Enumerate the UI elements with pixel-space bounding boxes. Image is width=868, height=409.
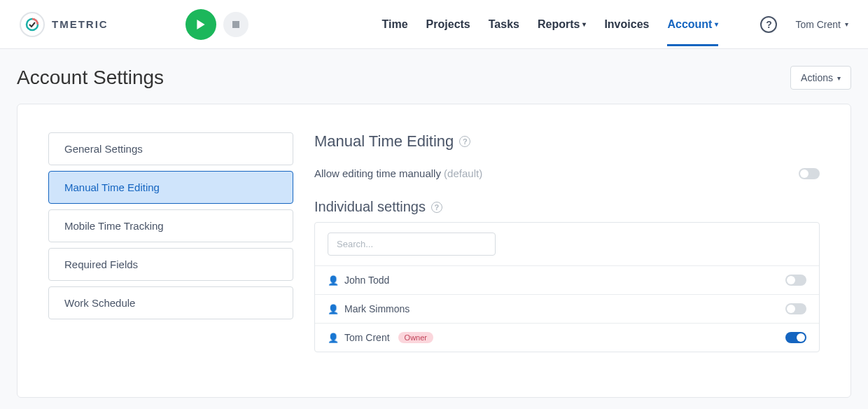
nav-time[interactable]: Time — [382, 3, 408, 46]
user-name: Tom Crent — [344, 332, 390, 343]
nav-projects[interactable]: Projects — [426, 3, 470, 46]
tab-mobile-time-tracking[interactable]: Mobile Time Tracking — [48, 209, 293, 242]
chevron-down-icon: ▾ — [582, 20, 586, 28]
user-name: Tom Crent — [795, 19, 841, 30]
search-input[interactable] — [328, 233, 496, 256]
person-icon: 👤 — [328, 304, 339, 314]
chevron-down-icon: ▾ — [715, 20, 718, 28]
brand[interactable]: TMETRIC — [20, 12, 108, 37]
page-title: Account Settings — [17, 67, 164, 89]
nav-tasks[interactable]: Tasks — [489, 3, 519, 46]
help-icon[interactable]: ? — [760, 16, 777, 33]
person-icon: 👤 — [328, 275, 339, 286]
timer-play-button[interactable] — [186, 9, 216, 40]
person-icon: 👤 — [328, 333, 339, 343]
allow-edit-default: (default) — [444, 167, 482, 179]
allow-edit-label: Allow editing time manually (default) — [314, 167, 482, 179]
nav-reports[interactable]: Reports ▾ — [538, 3, 586, 46]
chevron-down-icon: ▾ — [845, 20, 848, 28]
svg-rect-1 — [232, 21, 239, 28]
chevron-down-icon: ▾ — [837, 74, 841, 82]
nav-invoices[interactable]: Invoices — [604, 3, 649, 46]
brand-logo-icon — [20, 12, 45, 37]
actions-button[interactable]: Actions ▾ — [790, 66, 851, 90]
user-name: John Todd — [344, 275, 389, 286]
stop-icon — [232, 21, 239, 28]
timer-stop-button[interactable] — [223, 12, 248, 37]
user-name: Mark Simmons — [344, 303, 410, 314]
help-hint-icon[interactable]: ? — [431, 202, 442, 213]
individual-settings-table: 👤 John Todd 👤 Mark Simmons 👤 Tom — [314, 222, 820, 352]
user-toggle[interactable] — [785, 332, 806, 343]
user-row: 👤 Tom Crent Owner — [315, 323, 819, 352]
allow-edit-toggle[interactable] — [799, 168, 820, 179]
user-row: 👤 Mark Simmons — [315, 294, 819, 323]
nav-account[interactable]: Account ▾ — [667, 3, 718, 46]
user-row: 👤 John Todd — [315, 265, 819, 294]
brand-name: TMETRIC — [52, 18, 108, 30]
user-toggle[interactable] — [785, 303, 806, 314]
user-menu[interactable]: Tom Crent ▾ — [795, 19, 848, 30]
owner-badge: Owner — [398, 332, 433, 343]
play-icon — [196, 20, 206, 29]
tab-work-schedule[interactable]: Work Schedule — [48, 286, 293, 319]
nav-account-label: Account — [667, 18, 712, 31]
section-title: Manual Time Editing — [314, 132, 454, 151]
tab-required-fields[interactable]: Required Fields — [48, 248, 293, 281]
tab-manual-time-editing[interactable]: Manual Time Editing — [48, 171, 293, 204]
actions-label: Actions — [801, 72, 833, 83]
tab-general-settings[interactable]: General Settings — [48, 132, 293, 165]
help-hint-icon[interactable]: ? — [459, 136, 470, 147]
user-toggle[interactable] — [785, 275, 806, 286]
nav-reports-label: Reports — [538, 18, 580, 31]
allow-edit-text: Allow editing time manually — [314, 167, 444, 179]
individual-settings-title: Individual settings — [314, 199, 426, 215]
